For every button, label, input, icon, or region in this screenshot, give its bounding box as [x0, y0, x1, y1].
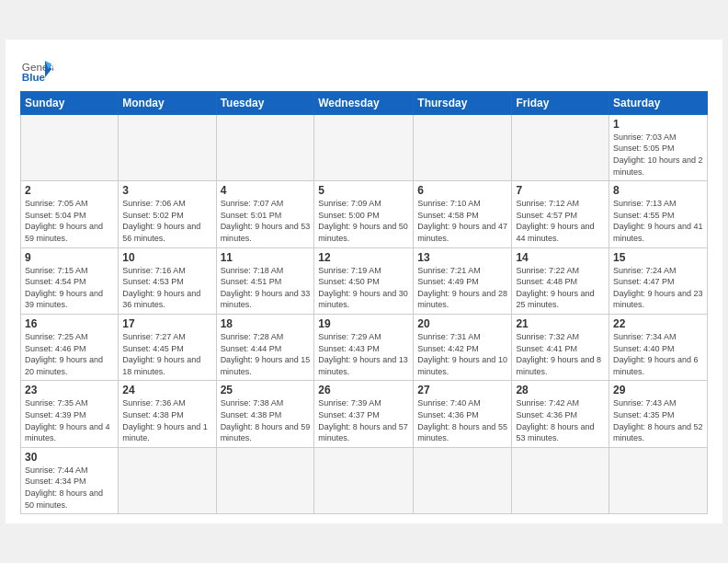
- calendar-cell: 22Sunrise: 7:34 AM Sunset: 4:40 PM Dayli…: [609, 315, 708, 381]
- day-info: Sunrise: 7:16 AM Sunset: 4:53 PM Dayligh…: [122, 265, 211, 311]
- calendar-cell: [314, 114, 414, 180]
- day-info: Sunrise: 7:24 AM Sunset: 4:47 PM Dayligh…: [613, 265, 703, 311]
- day-number: 30: [25, 451, 114, 464]
- calendar-cell: 6Sunrise: 7:10 AM Sunset: 4:58 PM Daylig…: [414, 181, 512, 247]
- day-number: 13: [417, 251, 507, 264]
- day-number: 29: [613, 384, 703, 396]
- day-number: 11: [221, 251, 311, 264]
- calendar-cell: [609, 447, 708, 513]
- calendar-cell: 15Sunrise: 7:24 AM Sunset: 4:47 PM Dayli…: [609, 247, 708, 314]
- day-info: Sunrise: 7:31 AM Sunset: 4:42 PM Dayligh…: [417, 331, 507, 377]
- day-info: Sunrise: 7:22 AM Sunset: 4:48 PM Dayligh…: [516, 265, 605, 311]
- weekday-header-monday: Monday: [119, 91, 216, 114]
- calendar-cell: [216, 447, 314, 513]
- day-number: 26: [318, 384, 409, 396]
- calendar-cell: 17Sunrise: 7:27 AM Sunset: 4:45 PM Dayli…: [119, 315, 216, 381]
- day-number: 20: [417, 317, 507, 330]
- day-info: Sunrise: 7:21 AM Sunset: 4:49 PM Dayligh…: [417, 265, 507, 311]
- calendar-cell: 19Sunrise: 7:29 AM Sunset: 4:43 PM Dayli…: [314, 315, 414, 381]
- day-number: 18: [221, 317, 311, 330]
- day-number: 7: [516, 184, 605, 197]
- day-number: 23: [25, 384, 114, 396]
- calendar-table: SundayMondayTuesdayWednesdayThursdayFrid…: [20, 91, 708, 514]
- day-number: 5: [318, 184, 409, 197]
- day-info: Sunrise: 7:15 AM Sunset: 4:54 PM Dayligh…: [25, 265, 114, 311]
- calendar-cell: 12Sunrise: 7:19 AM Sunset: 4:50 PM Dayli…: [314, 247, 414, 314]
- day-number: 6: [417, 184, 507, 197]
- day-info: Sunrise: 7:09 AM Sunset: 5:00 PM Dayligh…: [318, 198, 409, 244]
- calendar-cell: [314, 447, 414, 513]
- calendar-cell: [414, 447, 512, 513]
- day-info: Sunrise: 7:13 AM Sunset: 4:55 PM Dayligh…: [613, 198, 703, 244]
- calendar-cell: 14Sunrise: 7:22 AM Sunset: 4:48 PM Dayli…: [512, 247, 609, 314]
- day-number: 10: [122, 251, 211, 264]
- day-info: Sunrise: 7:19 AM Sunset: 4:50 PM Dayligh…: [318, 265, 409, 311]
- calendar-cell: 5Sunrise: 7:09 AM Sunset: 5:00 PM Daylig…: [314, 181, 414, 247]
- day-info: Sunrise: 7:40 AM Sunset: 4:36 PM Dayligh…: [417, 397, 507, 443]
- day-info: Sunrise: 7:10 AM Sunset: 4:58 PM Dayligh…: [417, 198, 507, 244]
- weekday-header-row: SundayMondayTuesdayWednesdayThursdayFrid…: [21, 91, 708, 114]
- day-info: Sunrise: 7:44 AM Sunset: 4:34 PM Dayligh…: [25, 465, 114, 511]
- day-number: 2: [25, 184, 114, 197]
- calendar-cell: 3Sunrise: 7:06 AM Sunset: 5:02 PM Daylig…: [119, 181, 216, 247]
- day-number: 28: [516, 384, 605, 396]
- day-info: Sunrise: 7:35 AM Sunset: 4:39 PM Dayligh…: [25, 397, 114, 443]
- header: General Blue: [20, 52, 708, 86]
- day-info: Sunrise: 7:39 AM Sunset: 4:37 PM Dayligh…: [318, 397, 409, 443]
- calendar-cell: 29Sunrise: 7:43 AM Sunset: 4:35 PM Dayli…: [609, 381, 708, 447]
- day-number: 22: [613, 317, 703, 330]
- day-number: 15: [613, 251, 703, 264]
- day-number: 16: [25, 317, 114, 330]
- calendar-cell: 8Sunrise: 7:13 AM Sunset: 4:55 PM Daylig…: [609, 181, 708, 247]
- calendar-cell: [119, 447, 216, 513]
- day-number: 3: [122, 184, 211, 197]
- day-info: Sunrise: 7:29 AM Sunset: 4:43 PM Dayligh…: [318, 331, 409, 377]
- day-info: Sunrise: 7:34 AM Sunset: 4:40 PM Dayligh…: [613, 331, 703, 377]
- calendar-cell: [119, 114, 216, 180]
- calendar-cell: 10Sunrise: 7:16 AM Sunset: 4:53 PM Dayli…: [119, 247, 216, 314]
- day-number: 14: [516, 251, 605, 264]
- calendar-cell: [512, 447, 609, 513]
- calendar-cell: 13Sunrise: 7:21 AM Sunset: 4:49 PM Dayli…: [414, 247, 512, 314]
- svg-text:Blue: Blue: [22, 70, 46, 82]
- day-number: 25: [221, 384, 311, 396]
- day-info: Sunrise: 7:28 AM Sunset: 4:44 PM Dayligh…: [221, 331, 311, 377]
- calendar-page: General Blue SundayMondayTuesdayWednesda…: [6, 40, 722, 523]
- day-number: 21: [516, 317, 605, 330]
- calendar-cell: 16Sunrise: 7:25 AM Sunset: 4:46 PM Dayli…: [21, 315, 119, 381]
- calendar-cell: 18Sunrise: 7:28 AM Sunset: 4:44 PM Dayli…: [216, 315, 314, 381]
- calendar-cell: 23Sunrise: 7:35 AM Sunset: 4:39 PM Dayli…: [21, 381, 119, 447]
- calendar-cell: 25Sunrise: 7:38 AM Sunset: 4:38 PM Dayli…: [216, 381, 314, 447]
- day-number: 8: [613, 184, 703, 197]
- calendar-cell: 4Sunrise: 7:07 AM Sunset: 5:01 PM Daylig…: [216, 181, 314, 247]
- day-info: Sunrise: 7:36 AM Sunset: 4:38 PM Dayligh…: [122, 397, 211, 443]
- day-info: Sunrise: 7:38 AM Sunset: 4:38 PM Dayligh…: [221, 397, 311, 443]
- calendar-cell: [512, 114, 609, 180]
- day-number: 24: [122, 384, 211, 396]
- weekday-header-wednesday: Wednesday: [314, 91, 414, 114]
- day-info: Sunrise: 7:06 AM Sunset: 5:02 PM Dayligh…: [122, 198, 211, 244]
- logo-icon: General Blue: [20, 52, 53, 86]
- calendar-cell: 28Sunrise: 7:42 AM Sunset: 4:36 PM Dayli…: [512, 381, 609, 447]
- calendar-cell: 20Sunrise: 7:31 AM Sunset: 4:42 PM Dayli…: [414, 315, 512, 381]
- day-number: 4: [221, 184, 311, 197]
- calendar-cell: 7Sunrise: 7:12 AM Sunset: 4:57 PM Daylig…: [512, 181, 609, 247]
- calendar-cell: 9Sunrise: 7:15 AM Sunset: 4:54 PM Daylig…: [21, 247, 119, 314]
- calendar-cell: 2Sunrise: 7:05 AM Sunset: 5:04 PM Daylig…: [21, 181, 119, 247]
- weekday-header-sunday: Sunday: [21, 91, 119, 114]
- calendar-cell: [414, 114, 512, 180]
- calendar-cell: 11Sunrise: 7:18 AM Sunset: 4:51 PM Dayli…: [216, 247, 314, 314]
- day-info: Sunrise: 7:12 AM Sunset: 4:57 PM Dayligh…: [516, 198, 605, 244]
- day-info: Sunrise: 7:32 AM Sunset: 4:41 PM Dayligh…: [516, 331, 605, 377]
- day-info: Sunrise: 7:43 AM Sunset: 4:35 PM Dayligh…: [613, 397, 703, 443]
- weekday-header-tuesday: Tuesday: [216, 91, 314, 114]
- day-info: Sunrise: 7:27 AM Sunset: 4:45 PM Dayligh…: [122, 331, 211, 377]
- day-number: 19: [318, 317, 409, 330]
- calendar-cell: 30Sunrise: 7:44 AM Sunset: 4:34 PM Dayli…: [21, 447, 119, 513]
- calendar-cell: 27Sunrise: 7:40 AM Sunset: 4:36 PM Dayli…: [414, 381, 512, 447]
- day-number: 9: [25, 251, 114, 264]
- day-info: Sunrise: 7:25 AM Sunset: 4:46 PM Dayligh…: [25, 331, 114, 377]
- day-info: Sunrise: 7:05 AM Sunset: 5:04 PM Dayligh…: [25, 198, 114, 244]
- day-info: Sunrise: 7:18 AM Sunset: 4:51 PM Dayligh…: [221, 265, 311, 311]
- calendar-cell: [21, 114, 119, 180]
